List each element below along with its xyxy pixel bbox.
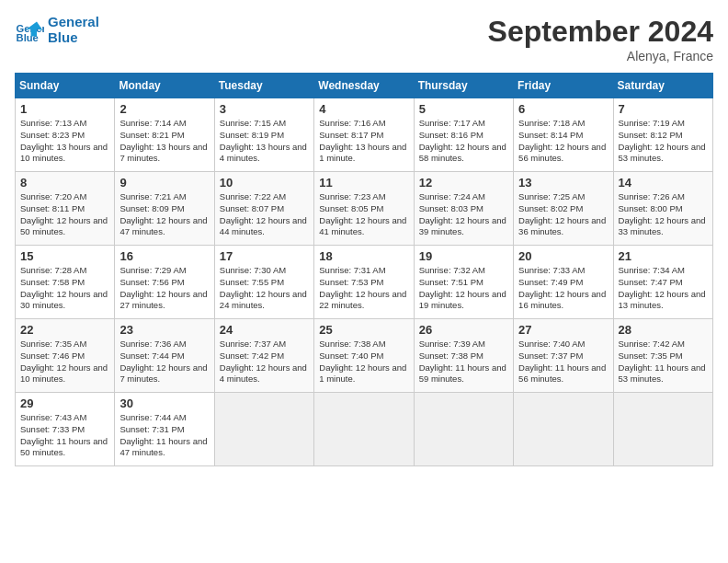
week-row-3: 15 Sunrise: 7:28 AMSunset: 7:58 PMDaylig…: [16, 246, 713, 319]
day-cell: 11 Sunrise: 7:23 AMSunset: 8:05 PMDaylig…: [314, 172, 414, 246]
day-cell: 5 Sunrise: 7:17 AMSunset: 8:16 PMDayligh…: [414, 98, 513, 172]
day-number: 27: [518, 323, 608, 337]
day-content: Sunrise: 7:32 AMSunset: 7:51 PMDaylight:…: [419, 265, 506, 310]
day-content: Sunrise: 7:33 AMSunset: 7:49 PMDaylight:…: [518, 265, 606, 310]
day-cell: 28 Sunrise: 7:42 AMSunset: 7:35 PMDaylig…: [613, 319, 712, 393]
logo-line1: General: [48, 15, 99, 30]
logo: General Blue General Blue: [15, 15, 99, 45]
day-number: 28: [619, 323, 708, 337]
day-number: 11: [319, 176, 408, 190]
col-header-thursday: Thursday: [414, 74, 513, 98]
day-cell: 7 Sunrise: 7:19 AMSunset: 8:12 PMDayligh…: [613, 98, 712, 172]
day-number: 5: [419, 102, 508, 116]
title-block: September 2024 Alenya, France: [488, 15, 713, 63]
day-content: Sunrise: 7:19 AMSunset: 8:12 PMDaylight:…: [619, 118, 706, 163]
day-content: Sunrise: 7:14 AMSunset: 8:21 PMDaylight:…: [119, 118, 207, 163]
day-cell: 8 Sunrise: 7:20 AMSunset: 8:11 PMDayligh…: [16, 172, 115, 246]
day-number: 7: [619, 102, 708, 116]
day-number: 19: [419, 249, 508, 263]
day-cell: 3 Sunrise: 7:15 AMSunset: 8:19 PMDayligh…: [214, 98, 313, 172]
day-number: 25: [319, 323, 408, 337]
day-number: 18: [319, 249, 408, 263]
day-number: 16: [119, 249, 209, 263]
day-number: 12: [419, 176, 508, 190]
day-content: Sunrise: 7:34 AMSunset: 7:47 PMDaylight:…: [619, 265, 706, 310]
day-content: Sunrise: 7:38 AMSunset: 7:40 PMDaylight:…: [319, 339, 406, 384]
week-row-5: 29 Sunrise: 7:43 AMSunset: 7:33 PMDaylig…: [16, 393, 713, 466]
day-cell: 24 Sunrise: 7:37 AMSunset: 7:42 PMDaylig…: [214, 319, 313, 393]
page-header: General Blue General Blue September 2024…: [15, 15, 713, 63]
day-content: Sunrise: 7:36 AMSunset: 7:44 PMDaylight:…: [119, 339, 207, 384]
day-number: 2: [119, 102, 209, 116]
day-cell: 15 Sunrise: 7:28 AMSunset: 7:58 PMDaylig…: [16, 246, 115, 319]
day-cell: [214, 393, 313, 466]
week-row-2: 8 Sunrise: 7:20 AMSunset: 8:11 PMDayligh…: [16, 172, 713, 246]
day-number: 4: [319, 102, 408, 116]
day-cell: 20 Sunrise: 7:33 AMSunset: 7:49 PMDaylig…: [514, 246, 613, 319]
logo-icon: General Blue: [15, 16, 44, 45]
day-content: Sunrise: 7:26 AMSunset: 8:00 PMDaylight:…: [619, 191, 706, 236]
day-cell: 17 Sunrise: 7:30 AMSunset: 7:55 PMDaylig…: [214, 246, 313, 319]
day-cell: 14 Sunrise: 7:26 AMSunset: 8:00 PMDaylig…: [613, 172, 712, 246]
day-number: 17: [220, 249, 309, 263]
day-number: 20: [518, 249, 608, 263]
col-header-friday: Friday: [514, 74, 613, 98]
day-cell: 19 Sunrise: 7:32 AMSunset: 7:51 PMDaylig…: [414, 246, 513, 319]
week-row-4: 22 Sunrise: 7:35 AMSunset: 7:46 PMDaylig…: [16, 319, 713, 393]
day-content: Sunrise: 7:15 AMSunset: 8:19 PMDaylight:…: [220, 118, 307, 163]
day-cell: 27 Sunrise: 7:40 AMSunset: 7:37 PMDaylig…: [514, 319, 613, 393]
day-content: Sunrise: 7:16 AMSunset: 8:17 PMDaylight:…: [319, 118, 406, 163]
day-content: Sunrise: 7:28 AMSunset: 7:58 PMDaylight:…: [20, 265, 108, 310]
day-cell: [514, 393, 613, 466]
day-cell: 13 Sunrise: 7:25 AMSunset: 8:02 PMDaylig…: [514, 172, 613, 246]
day-number: 13: [518, 176, 608, 190]
day-cell: 23 Sunrise: 7:36 AMSunset: 7:44 PMDaylig…: [115, 319, 214, 393]
day-content: Sunrise: 7:40 AMSunset: 7:37 PMDaylight:…: [518, 339, 606, 384]
day-content: Sunrise: 7:22 AMSunset: 8:07 PMDaylight:…: [220, 191, 307, 236]
day-cell: 2 Sunrise: 7:14 AMSunset: 8:21 PMDayligh…: [115, 98, 214, 172]
day-cell: 10 Sunrise: 7:22 AMSunset: 8:07 PMDaylig…: [214, 172, 313, 246]
day-content: Sunrise: 7:42 AMSunset: 7:35 PMDaylight:…: [619, 339, 706, 384]
day-number: 24: [220, 323, 309, 337]
day-cell: 4 Sunrise: 7:16 AMSunset: 8:17 PMDayligh…: [314, 98, 414, 172]
day-cell: [613, 393, 712, 466]
day-content: Sunrise: 7:23 AMSunset: 8:05 PMDaylight:…: [319, 191, 406, 236]
day-content: Sunrise: 7:43 AMSunset: 7:33 PMDaylight:…: [20, 412, 108, 457]
day-number: 14: [619, 176, 708, 190]
col-header-tuesday: Tuesday: [214, 74, 313, 98]
day-cell: 1 Sunrise: 7:13 AMSunset: 8:23 PMDayligh…: [16, 98, 115, 172]
day-cell: 22 Sunrise: 7:35 AMSunset: 7:46 PMDaylig…: [16, 319, 115, 393]
month-title: September 2024: [488, 15, 713, 49]
day-cell: 26 Sunrise: 7:39 AMSunset: 7:38 PMDaylig…: [414, 319, 513, 393]
day-cell: 18 Sunrise: 7:31 AMSunset: 7:53 PMDaylig…: [314, 246, 414, 319]
day-number: 10: [220, 176, 309, 190]
day-number: 26: [419, 323, 508, 337]
col-header-monday: Monday: [115, 74, 214, 98]
day-content: Sunrise: 7:18 AMSunset: 8:14 PMDaylight:…: [518, 118, 606, 163]
day-content: Sunrise: 7:20 AMSunset: 8:11 PMDaylight:…: [20, 191, 108, 236]
day-cell: 16 Sunrise: 7:29 AMSunset: 7:56 PMDaylig…: [115, 246, 214, 319]
day-number: 21: [619, 249, 708, 263]
day-content: Sunrise: 7:21 AMSunset: 8:09 PMDaylight:…: [119, 191, 207, 236]
day-cell: 9 Sunrise: 7:21 AMSunset: 8:09 PMDayligh…: [115, 172, 214, 246]
day-cell: 30 Sunrise: 7:44 AMSunset: 7:31 PMDaylig…: [115, 393, 214, 466]
col-header-saturday: Saturday: [613, 74, 712, 98]
week-row-1: 1 Sunrise: 7:13 AMSunset: 8:23 PMDayligh…: [16, 98, 713, 172]
day-number: 9: [119, 176, 209, 190]
calendar-body: 1 Sunrise: 7:13 AMSunset: 8:23 PMDayligh…: [16, 98, 713, 466]
day-number: 29: [20, 396, 109, 410]
day-content: Sunrise: 7:37 AMSunset: 7:42 PMDaylight:…: [220, 339, 307, 384]
logo-line2: Blue: [48, 30, 99, 46]
day-number: 30: [119, 396, 209, 410]
day-content: Sunrise: 7:25 AMSunset: 8:02 PMDaylight:…: [518, 191, 606, 236]
calendar-table: SundayMondayTuesdayWednesdayThursdayFrid…: [15, 73, 713, 466]
day-cell: [414, 393, 513, 466]
day-content: Sunrise: 7:17 AMSunset: 8:16 PMDaylight:…: [419, 118, 506, 163]
day-number: 22: [20, 323, 109, 337]
day-number: 1: [20, 102, 109, 116]
day-cell: 21 Sunrise: 7:34 AMSunset: 7:47 PMDaylig…: [613, 246, 712, 319]
col-header-sunday: Sunday: [16, 74, 115, 98]
location-title: Alenya, France: [488, 49, 713, 63]
day-cell: [314, 393, 414, 466]
day-cell: 25 Sunrise: 7:38 AMSunset: 7:40 PMDaylig…: [314, 319, 414, 393]
